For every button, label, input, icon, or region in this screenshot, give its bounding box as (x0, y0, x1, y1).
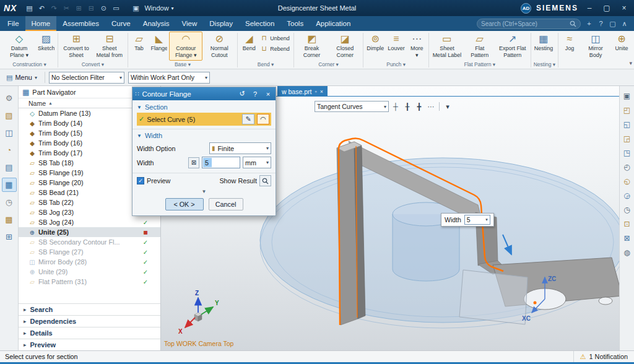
preview-checkbox[interactable]: ✓ (137, 177, 144, 184)
show-result-button[interactable] (259, 175, 271, 186)
curve-rule-options-icon[interactable]: ╋ (414, 101, 425, 112)
more-options-icon[interactable]: ⋯ (425, 101, 436, 112)
assembly-navigator-icon[interactable]: ▧ (2, 108, 17, 123)
ribbon-group-label[interactable]: Construction ▾ (2, 61, 56, 69)
tab-curve[interactable]: Curve (105, 16, 137, 31)
cut-icon[interactable]: ✂ (61, 4, 72, 12)
snapshot-icon[interactable]: ◵ (621, 175, 633, 187)
wireframe-mode-icon[interactable]: ◱ (621, 118, 633, 130)
layer-settings-icon[interactable]: ◳ (621, 147, 633, 158)
break-corner-button[interactable]: ◩Break Corner (295, 32, 328, 61)
ribbon-group-label[interactable]: Flat Pattern ▾ (430, 61, 529, 69)
flat-pattern-button[interactable]: ▱Flat Pattern (464, 32, 496, 61)
zoom-view-icon[interactable]: ⊡ (621, 218, 633, 230)
selection-scope-combo[interactable]: Within Work Part Only ▾ (128, 72, 210, 84)
section-search[interactable]: ▸Search (19, 303, 160, 315)
ribbon-group-label[interactable]: Base ▾ (129, 61, 237, 69)
curve-select-icon[interactable]: ◠ (257, 114, 269, 124)
ribbon-group-label[interactable]: Bend ▾ (239, 61, 292, 69)
reference-plane[interactable] (459, 270, 528, 324)
ribbon-group-label[interactable]: Nesting ▾ (532, 61, 557, 69)
export-flat-pattern-button[interactable]: ↗Export Flat Pattern (496, 32, 529, 61)
dialog-titlebar[interactable]: ∷ Contour Flange ↺ ? × (132, 87, 276, 100)
tree-item-sb-jog-24[interactable]: ▱SB Jog (24)✓ (19, 217, 160, 227)
tab-display[interactable]: Display (203, 16, 239, 31)
more-button[interactable]: ⋯More ▾ (407, 32, 427, 61)
material-icon[interactable]: ◍ (621, 246, 633, 258)
nesting-button[interactable]: ▦Nesting (532, 32, 555, 61)
process-navigator-icon[interactable]: ▩ (2, 212, 17, 227)
tab-button[interactable]: ▱Tab (129, 32, 149, 61)
tree-item-sb-secondary-contour-fl[interactable]: ▱SB Secondary Contour Fl...✓ (19, 237, 160, 247)
mirror-body-button[interactable]: ◫Mirror Body (580, 32, 612, 61)
sheet-metal-from-solid-button[interactable]: ⊟Sheet Metal from Solid (93, 32, 126, 61)
sketch-button[interactable]: ▨Sketch (36, 32, 56, 61)
notification-bell-icon[interactable]: ◔ (2, 143, 17, 157)
dialog-reset-icon[interactable]: ↺ (237, 90, 247, 98)
paste-icon[interactable]: ⊟ (85, 4, 97, 12)
curve-rule-combo[interactable]: Tangent Curves ▾ (315, 101, 389, 112)
microphone-icon[interactable]: ⊙ (98, 4, 109, 12)
sketch-section-icon[interactable]: ✎ (242, 114, 254, 124)
tab-close-icon[interactable]: × (320, 89, 323, 95)
tab-selection[interactable]: Selection (239, 16, 280, 31)
rebend-button[interactable]: ⊔Rebend (259, 44, 292, 53)
cancel-button[interactable]: Cancel (209, 198, 243, 210)
roles-gear-icon[interactable]: ⚙ (2, 91, 17, 105)
arc-center-point[interactable] (534, 301, 537, 305)
close-button[interactable]: × (618, 4, 630, 12)
section-group-header[interactable]: ▼ Section (132, 102, 276, 113)
pan-view-icon[interactable]: ◷ (621, 204, 633, 215)
tab-analysis[interactable]: Analysis (137, 16, 176, 31)
section-view-icon[interactable]: ◲ (621, 132, 633, 144)
normal-cutout-button[interactable]: ⊘Normal Cutout (202, 32, 236, 61)
ribbon-group-label[interactable]: Convert ▾ (59, 61, 126, 69)
formula-toggle-icon[interactable]: ⊠ (188, 157, 199, 168)
ribbon-group-label[interactable]: Corner ▾ (295, 61, 362, 69)
plate-hole-small[interactable] (599, 297, 612, 305)
templates-icon[interactable]: ⊞ (2, 230, 17, 244)
search-box[interactable] (477, 19, 581, 29)
section-preview[interactable]: ▸Preview (19, 339, 160, 350)
louver-button[interactable]: ≡Louver (386, 32, 406, 61)
display-icon[interactable]: ▭ (110, 4, 121, 12)
stop-at-intersection-icon[interactable]: ┼ (390, 101, 401, 112)
view-triad[interactable]: Z X Y (178, 290, 219, 335)
sheet-metal-label-button[interactable]: ▭Sheet Metal Label (430, 32, 464, 61)
minimize-button[interactable]: – (583, 4, 596, 12)
follow-fillet-icon[interactable]: ╂ (402, 101, 413, 112)
window-menu[interactable]: ▣ Window ▾ (129, 4, 173, 12)
ok-button[interactable]: < OK > (165, 198, 204, 210)
width-onscreen-input[interactable]: 5 ▾ (464, 215, 490, 225)
dimple-button[interactable]: ⊚Dimple (365, 32, 386, 61)
command-finder-icon[interactable]: + (584, 20, 594, 28)
triad-x-axis[interactable] (185, 318, 195, 327)
help-icon[interactable]: ? (596, 20, 606, 28)
dialog-help-icon[interactable]: ? (250, 90, 260, 98)
tab-view[interactable]: View (176, 16, 204, 31)
restore-button[interactable]: ▢ (601, 4, 613, 12)
convert-to-sheet-metal-button[interactable]: ⊞Convert to Sheet Metal (59, 32, 93, 61)
unbend-button[interactable]: ⊓Unbend (259, 33, 292, 43)
tree-item-sb-flange-27[interactable]: ▱SB Flange (27)✓ (19, 247, 160, 257)
tree-item-unite-29[interactable]: ⊕Unite (29)✓ (19, 267, 160, 277)
flange-button[interactable]: ◣Flange (149, 32, 170, 61)
section-dependencies[interactable]: ▸Dependencies (19, 315, 160, 327)
jog-button[interactable]: ≈Jog (560, 32, 580, 61)
width-group-header[interactable]: ▼ Width (132, 130, 276, 141)
tree-item-mirror-body-28[interactable]: ◫Mirror Body (28)✓ (19, 257, 160, 267)
bend-button[interactable]: ◢Bend (239, 32, 259, 61)
unite-button[interactable]: ⊕Unite (612, 32, 632, 61)
copy-icon[interactable]: ⊞ (73, 4, 84, 12)
minibar-expand-icon[interactable]: ▾ (442, 101, 453, 112)
constraint-navigator-icon[interactable]: ◫ (2, 126, 17, 140)
tab-application[interactable]: Application (310, 16, 357, 31)
tree-item-flat-pattern-31[interactable]: ▱Flat Pattern (31)✓ (19, 277, 160, 287)
perspective-icon[interactable]: ⊠ (621, 232, 633, 244)
selection-filter-combo[interactable]: No Selection Filter ▾ (49, 72, 124, 84)
triad-y-axis[interactable] (201, 307, 213, 314)
redo-icon[interactable]: ↷ (48, 4, 59, 12)
dialog-expander[interactable]: ▼ (132, 188, 276, 196)
history-icon[interactable]: ◷ (2, 195, 17, 209)
ribbon-group-label[interactable]: Punch ▾ (365, 61, 427, 69)
